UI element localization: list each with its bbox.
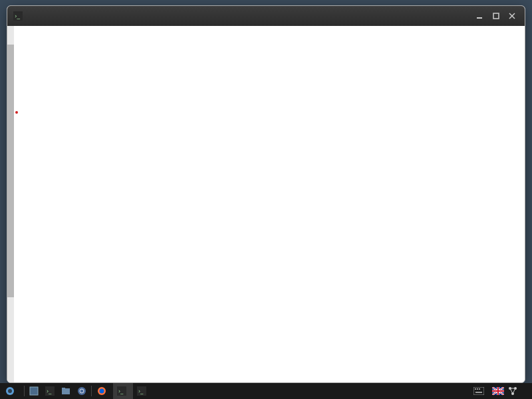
- svg-text:›_: ›_: [138, 388, 144, 394]
- svg-rect-20: [475, 388, 476, 390]
- svg-rect-3: [493, 13, 499, 19]
- file-manager-launcher[interactable]: [58, 383, 74, 399]
- svg-point-5: [8, 389, 12, 393]
- scrollbar[interactable]: [7, 26, 14, 382]
- terminal-body[interactable]: [7, 26, 525, 382]
- terminal-icon: ›_: [137, 386, 146, 396]
- taskbar: ›_ ›_ ›_: [0, 383, 532, 399]
- menu-icon: [5, 386, 15, 396]
- svg-text:›_: ›_: [47, 388, 52, 394]
- show-desktop-button[interactable]: [26, 383, 42, 399]
- svg-rect-2: [477, 17, 482, 19]
- svg-rect-6: [30, 387, 38, 395]
- task-firefox[interactable]: [93, 383, 113, 399]
- keyboard-indicator[interactable]: [473, 387, 484, 395]
- system-tray: [471, 383, 532, 399]
- separator: [24, 386, 25, 396]
- terminal-icon: ›_: [117, 386, 126, 396]
- svg-text:›_: ›_: [15, 13, 21, 19]
- svg-point-14: [100, 389, 104, 394]
- svg-rect-22: [479, 388, 480, 390]
- close-button[interactable]: [505, 9, 519, 23]
- browser-launcher[interactable]: [74, 383, 90, 399]
- svg-rect-23: [475, 392, 482, 393]
- svg-point-11: [78, 387, 86, 395]
- task-mlterm-1[interactable]: ›_: [113, 383, 133, 399]
- flag-indicator[interactable]: [492, 387, 504, 395]
- svg-rect-21: [477, 388, 478, 390]
- svg-rect-10: [62, 388, 65, 390]
- svg-text:›_: ›_: [118, 388, 124, 394]
- network-icon[interactable]: [508, 386, 517, 396]
- maximize-button[interactable]: [489, 9, 503, 23]
- scroll-thumb[interactable]: [7, 45, 14, 297]
- minimize-button[interactable]: [473, 9, 487, 23]
- firefox-icon: [97, 386, 106, 396]
- terminal-window: ›_: [7, 5, 525, 383]
- svg-rect-19: [473, 387, 484, 395]
- titlebar[interactable]: ›_: [7, 6, 525, 26]
- command-highlight-box: [15, 111, 18, 114]
- task-mlterm-2[interactable]: ›_: [133, 383, 153, 399]
- start-menu-button[interactable]: [0, 383, 23, 399]
- app-icon: ›_: [13, 11, 23, 21]
- separator: [91, 386, 92, 396]
- terminal-launcher[interactable]: ›_: [42, 383, 58, 399]
